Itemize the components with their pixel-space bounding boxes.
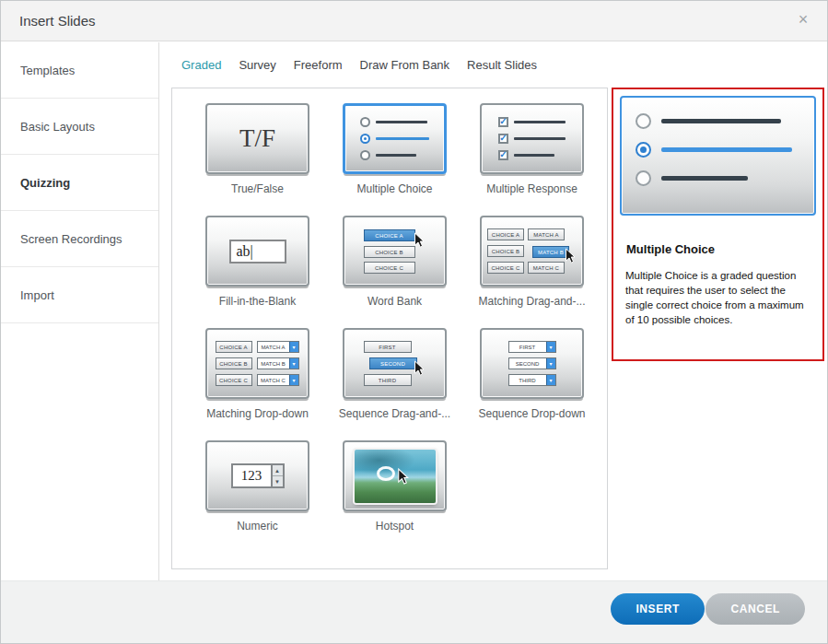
- spin-down-icon: ▼: [273, 476, 283, 486]
- dialog-footer: INSERT CANCEL: [1, 580, 827, 643]
- radio-row: [360, 150, 429, 160]
- check-glyph: ✓: [499, 135, 507, 141]
- slide-type-true-false[interactable]: T/F True/False: [192, 103, 322, 195]
- multiple-choice-preview: [620, 96, 816, 216]
- choice-label: CHOICE B: [492, 249, 520, 254]
- dropdown-box: MATCH C▾: [257, 374, 299, 386]
- card-label: Sequence Drag-and-...: [330, 407, 460, 420]
- cursor-icon: [397, 468, 409, 486]
- choice-box: CHOICE B: [487, 245, 524, 257]
- sidebar-item-screen-recordings[interactable]: Screen Recordings: [1, 211, 158, 267]
- checkbox-icon: ✓: [498, 117, 508, 127]
- tab-survey[interactable]: Survey: [239, 58, 275, 72]
- checkbox-row: ✓: [498, 134, 566, 144]
- slide-type-grid: T/F True/False Multiple Choice: [172, 88, 607, 533]
- slide-type-multiple-choice[interactable]: Multiple Choice: [330, 103, 460, 195]
- slide-type-sequence-drop-down[interactable]: FIRST▾ SECOND▾ THIRD▾ Sequence Drop-down: [467, 328, 597, 420]
- close-icon[interactable]: ×: [793, 10, 813, 29]
- card-label: Multiple Choice: [330, 182, 460, 195]
- dropdown-box: MATCH B▾: [257, 357, 299, 369]
- sidebar-item-templates[interactable]: Templates: [1, 42, 158, 99]
- card-label: Fill-in-the-Blank: [192, 295, 322, 308]
- choice-box: CHOICE B: [216, 357, 252, 369]
- matching-dropdown-columns: CHOICE A CHOICE B CHOICE C MATCH A▾ MATC…: [216, 340, 300, 387]
- answer-line: [514, 121, 566, 123]
- radio-row: [636, 113, 814, 129]
- numeric-glyph: 123: [233, 465, 271, 486]
- sidebar-item-quizzing[interactable]: Quizzing: [1, 155, 158, 211]
- match-label: MATCH C: [533, 265, 559, 271]
- dropdown-arrow-icon: ▾: [289, 342, 298, 352]
- insert-slides-dialog: Insert Slides × Templates Basic Layouts …: [0, 0, 828, 644]
- match-box: MATCH C: [528, 262, 565, 274]
- sequence-label: FIRST: [379, 345, 395, 350]
- answer-line: [661, 176, 748, 181]
- match-label: MATCH A: [258, 342, 289, 352]
- hotspot-photo: [355, 450, 436, 503]
- radio-row: [360, 134, 429, 144]
- insert-button[interactable]: INSERT: [611, 593, 705, 625]
- radio-icon: [636, 170, 651, 186]
- multiple-choice-icon: [343, 103, 447, 174]
- matching-columns: CHOICE A CHOICE B CHOICE C MATCH A MATCH…: [487, 228, 577, 275]
- sequence-label: THIRD: [379, 378, 396, 383]
- tab-freeform[interactable]: Freeform: [294, 58, 343, 72]
- choice-box: CHOICE C: [216, 374, 252, 386]
- slide-type-grid-panel: T/F True/False Multiple Choice: [171, 88, 608, 569]
- match-label: MATCH B: [538, 250, 564, 255]
- dropdown-box: MATCH A▾: [257, 341, 299, 353]
- sequence-label: SECOND: [509, 358, 546, 369]
- choice-label: CHOICE B: [375, 250, 403, 255]
- multiple-response-icon: ✓ ✓ ✓: [480, 103, 584, 174]
- choice-label: CHOICE A: [492, 232, 519, 238]
- radio-icon: [636, 113, 651, 129]
- detail-description: Multiple Choice is a graded question tha…: [625, 268, 811, 327]
- sequence-stack: FIRST SECOND THIRD: [360, 340, 430, 387]
- answer-line: [661, 147, 792, 152]
- match-label: MATCH C: [258, 375, 289, 385]
- answer-line: [661, 119, 781, 123]
- cancel-button[interactable]: CANCEL: [706, 593, 805, 625]
- choice-label: CHOICE C: [219, 378, 248, 383]
- radio-row: [360, 117, 429, 127]
- match-box-dragged: MATCH B: [532, 246, 569, 258]
- dropdown-arrow-icon: ▾: [289, 375, 298, 385]
- answer-line: [514, 154, 554, 157]
- sequence-dropdown-icon: FIRST▾ SECOND▾ THIRD▾: [480, 328, 584, 399]
- tab-draw-from-bank[interactable]: Draw From Bank: [360, 58, 450, 72]
- slide-type-matching-drop-down[interactable]: CHOICE A CHOICE B CHOICE C MATCH A▾ MATC…: [192, 328, 322, 420]
- sequence-box: FIRST: [364, 341, 412, 353]
- match-label: MATCH A: [533, 232, 559, 238]
- dropdown-arrow-icon: ▾: [546, 358, 555, 369]
- choice-box: CHOICE C: [487, 262, 524, 274]
- sequence-drag-icon: FIRST SECOND THIRD: [343, 328, 447, 399]
- slide-type-hotspot[interactable]: Hotspot: [330, 440, 460, 533]
- checkbox-row: ✓: [498, 117, 566, 127]
- dropdown-arrow-icon: ▾: [546, 375, 555, 385]
- matching-drag-icon: CHOICE A CHOICE B CHOICE C MATCH A MATCH…: [480, 216, 584, 287]
- selected-slide-detail-panel: Multiple Choice Multiple Choice is a gra…: [612, 88, 824, 361]
- card-label: Matching Drop-down: [192, 407, 322, 420]
- choice-label: CHOICE C: [375, 265, 403, 271]
- card-label: Hotspot: [330, 520, 460, 533]
- tab-result-slides[interactable]: Result Slides: [467, 58, 537, 72]
- sidebar-item-label: Basic Layouts: [20, 120, 95, 134]
- card-label: Sequence Drop-down: [467, 407, 597, 420]
- sidebar-item-basic-layouts[interactable]: Basic Layouts: [1, 99, 158, 155]
- radio-selected-icon: [360, 134, 370, 144]
- choice-label: CHOICE C: [492, 265, 520, 271]
- sidebar-item-label: Screen Recordings: [20, 232, 122, 246]
- slide-type-word-bank[interactable]: CHOICE A CHOICE B CHOICE C Word Bank: [330, 216, 460, 308]
- match-label: MATCH B: [258, 358, 289, 369]
- tab-graded[interactable]: Graded: [181, 58, 221, 72]
- slide-type-numeric[interactable]: 123 ▲▼ Numeric: [192, 440, 322, 533]
- slide-type-matching-drag-and-drop[interactable]: CHOICE A CHOICE B CHOICE C MATCH A MATCH…: [467, 216, 597, 308]
- sidebar-item-import[interactable]: Import: [1, 267, 158, 323]
- slide-type-multiple-response[interactable]: ✓ ✓ ✓ Multiple Response: [467, 103, 597, 195]
- card-label: True/False: [192, 182, 322, 195]
- slide-type-sequence-drag-and-drop[interactable]: FIRST SECOND THIRD Sequence Drag-and-...: [330, 328, 460, 420]
- quiz-type-tabs: Graded Survey Freeform Draw From Bank Re…: [181, 58, 537, 72]
- slide-type-fill-in-the-blank[interactable]: ab| Fill-in-the-Blank: [192, 216, 322, 308]
- matching-dropdown-icon: CHOICE A CHOICE B CHOICE C MATCH A▾ MATC…: [205, 328, 309, 399]
- fill-in-the-blank-icon: ab|: [205, 216, 309, 287]
